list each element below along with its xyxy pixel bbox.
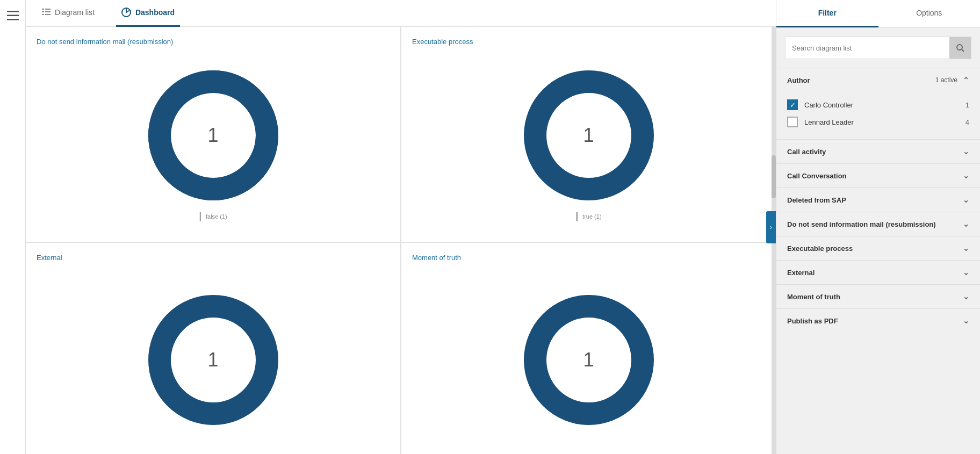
call-activity-chevron-icon: ⌄ — [963, 147, 969, 156]
author-badge: 1 active — [935, 76, 957, 84]
search-input[interactable] — [786, 39, 949, 57]
filter-section-author-header[interactable]: Author 1 active ⌃ — [776, 68, 980, 92]
search-icon — [956, 44, 964, 52]
author-section-label: Author — [787, 76, 810, 84]
executable-process-label: Executable process — [787, 244, 853, 253]
do-not-send-chevron-icon: ⌄ — [963, 220, 969, 228]
filter-section-call-activity: Call activity ⌄ — [776, 139, 980, 163]
menu-icon — [7, 11, 19, 20]
filter-sections: Author 1 active ⌃ Carlo Controller 1 — [776, 68, 980, 454]
right-panel: Filter Options Author 1 active ⌃ — [776, 0, 980, 454]
svg-point-15 — [957, 45, 962, 50]
donut-executable: 1 — [519, 66, 659, 205]
donut-moment: 1 — [519, 290, 659, 430]
deleted-sap-label: Deleted from SAP — [787, 196, 846, 204]
donut-label-executable: 1 — [583, 124, 594, 147]
filter-section-publish-pdf-header[interactable]: Publish as PDF ⌄ — [776, 309, 980, 333]
tab-filter[interactable]: Filter — [776, 0, 878, 27]
svg-rect-1 — [7, 15, 19, 17]
donut-label-do-not-send: 1 — [207, 124, 218, 147]
chart-executable-process: Executable process 1 | true (1) — [401, 27, 776, 242]
filter-count-lennard: 4 — [965, 118, 969, 126]
do-not-send-label: Do not send information mail (resubmissi… — [787, 220, 936, 228]
side-expand-button[interactable]: › — [766, 211, 776, 243]
call-activity-label: Call activity — [787, 148, 826, 156]
svg-rect-5 — [42, 11, 44, 12]
search-box — [785, 37, 971, 59]
chart-title-moment: Moment of truth — [412, 254, 461, 262]
chart-body-executable: 1 | true (1) — [412, 56, 765, 231]
svg-rect-6 — [45, 11, 51, 12]
tab-diagram-list[interactable]: Diagram list — [37, 0, 100, 27]
filter-section-deleted-sap-header[interactable]: Deleted from SAP ⌄ — [776, 188, 980, 212]
chart-external: External 1 — [26, 243, 400, 454]
filter-section-executable-process-header[interactable]: Executable process ⌄ — [776, 236, 980, 260]
filter-section-external-header[interactable]: External ⌄ — [776, 261, 980, 284]
filter-section-moment-of-truth: Moment of truth ⌄ — [776, 284, 980, 308]
external-chevron-icon: ⌄ — [963, 268, 969, 277]
donut-do-not-send: 1 — [143, 66, 283, 205]
svg-rect-2 — [7, 19, 19, 20]
svg-line-16 — [962, 49, 964, 52]
checkbox-carlo[interactable] — [787, 99, 798, 110]
filter-label-carlo: Carlo Controller — [804, 101, 853, 109]
tab-options[interactable]: Options — [878, 0, 981, 27]
chart-body-moment: 1 — [412, 272, 765, 447]
executable-process-chevron-icon: ⌄ — [963, 244, 969, 253]
filter-section-call-conversation: Call Conversation ⌄ — [776, 163, 980, 188]
list-icon — [42, 9, 51, 16]
call-conversation-chevron-icon: ⌄ — [963, 171, 969, 180]
filter-section-do-not-send-header[interactable]: Do not send information mail (resubmissi… — [776, 212, 980, 236]
legend-do-not-send: | false (1) — [199, 211, 227, 222]
panel-tabs: Filter Options — [776, 0, 980, 28]
dashboard-icon — [121, 8, 131, 17]
filter-section-author-body: Carlo Controller 1 Lennard Leader 4 — [776, 92, 980, 139]
filter-section-publish-pdf: Publish as PDF ⌄ — [776, 308, 980, 333]
donut-external: 1 — [143, 290, 283, 430]
external-label: External — [787, 269, 815, 277]
tab-dashboard[interactable]: Dashboard — [116, 0, 180, 27]
filter-item-lennard: Lennard Leader 4 — [787, 113, 969, 131]
filter-section-moment-of-truth-header[interactable]: Moment of truth ⌄ — [776, 285, 980, 308]
svg-rect-4 — [45, 9, 51, 10]
filter-section-deleted-sap: Deleted from SAP ⌄ — [776, 188, 980, 212]
filter-label-lennard: Lennard Leader — [804, 118, 854, 126]
chart-title-external: External — [37, 254, 62, 262]
call-conversation-label: Call Conversation — [787, 172, 847, 180]
filter-item-carlo-left: Carlo Controller — [787, 99, 853, 110]
chart-body-external: 1 — [37, 272, 390, 447]
chart-title-do-not-send: Do not send information mail (resubmissi… — [37, 38, 173, 46]
filter-section-call-conversation-header[interactable]: Call Conversation ⌄ — [776, 164, 980, 188]
chart-title-executable: Executable process — [412, 38, 473, 46]
filter-item-carlo: Carlo Controller 1 — [787, 96, 969, 113]
sidebar-toggle[interactable] — [0, 0, 26, 454]
author-chevron-icon: ⌃ — [963, 76, 969, 84]
publish-pdf-chevron-icon: ⌄ — [963, 316, 969, 325]
top-nav: Diagram list Dashboard — [26, 0, 776, 27]
filter-section-external: External ⌄ — [776, 260, 980, 284]
filter-section-call-activity-header[interactable]: Call activity ⌄ — [776, 140, 980, 163]
deleted-sap-chevron-icon: ⌄ — [963, 196, 969, 204]
legend-executable: | true (1) — [575, 211, 601, 222]
moment-of-truth-chevron-icon: ⌄ — [963, 292, 969, 301]
filter-item-lennard-left: Lennard Leader — [787, 117, 854, 127]
filter-section-author: Author 1 active ⌃ Carlo Controller 1 — [776, 68, 980, 139]
filter-count-carlo: 1 — [965, 101, 969, 109]
filter-section-do-not-send: Do not send information mail (resubmissi… — [776, 212, 980, 236]
scrollbar-thumb[interactable] — [772, 155, 776, 198]
donut-label-external: 1 — [207, 349, 218, 371]
main-area: Diagram list Dashboard Do not send infor… — [26, 0, 776, 454]
dashboard-content: Do not send information mail (resubmissi… — [26, 27, 776, 454]
publish-pdf-label: Publish as PDF — [787, 317, 838, 325]
checkbox-lennard[interactable] — [787, 117, 798, 127]
filter-section-executable-process: Executable process ⌄ — [776, 236, 980, 260]
svg-rect-8 — [45, 14, 51, 15]
donut-label-moment: 1 — [583, 349, 594, 371]
moment-of-truth-label: Moment of truth — [787, 293, 840, 301]
svg-rect-0 — [7, 11, 19, 12]
svg-rect-3 — [42, 9, 44, 10]
chart-do-not-send: Do not send information mail (resubmissi… — [26, 27, 400, 242]
search-button[interactable] — [949, 37, 971, 59]
chart-moment-of-truth: Moment of truth 1 — [401, 243, 776, 454]
charts-grid: Do not send information mail (resubmissi… — [26, 27, 776, 454]
